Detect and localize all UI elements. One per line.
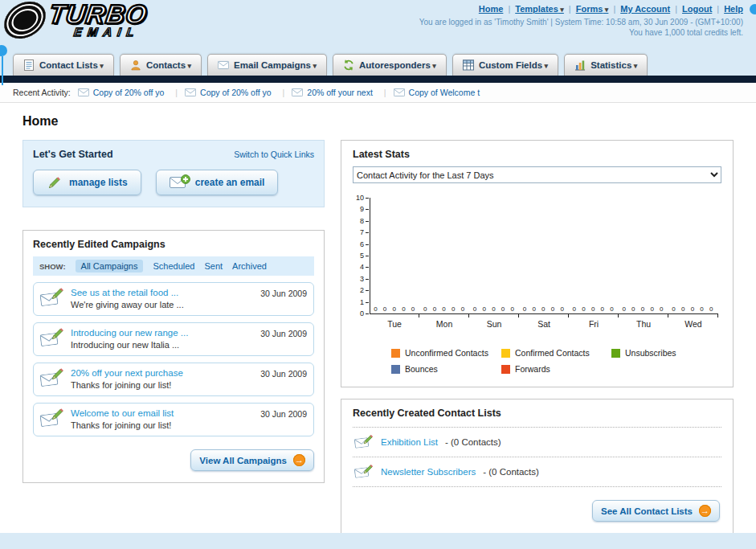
- campaign-title-link[interactable]: Introducing our new range ...: [71, 328, 188, 338]
- chart-label-row: TueMonSunSatFriThuWed: [370, 319, 718, 329]
- credits-info: You have 1,000 total credits left.: [419, 28, 743, 37]
- header-right: Home Templates Forms My Account Logout H…: [419, 4, 743, 37]
- campaign-title-link[interactable]: See us at the retail food ...: [71, 288, 184, 297]
- view-all-campaigns-button[interactable]: View All Campaigns: [190, 449, 314, 471]
- get-started-panel: Let's Get Started Switch to Quick Links …: [22, 140, 325, 207]
- contact-lists-items: Exhibition List - (0 Contacts) Newslette…: [353, 427, 721, 487]
- filter-archived[interactable]: Archived: [232, 261, 267, 271]
- x-axis-tick: [519, 314, 569, 318]
- x-axis-tick: [668, 314, 718, 318]
- recent-activity-item[interactable]: Copy of 20% off yo: [78, 88, 178, 97]
- tab-label: Custom Fields: [479, 60, 548, 70]
- nav-help[interactable]: Help: [724, 4, 743, 14]
- create-email-button[interactable]: create an email: [156, 170, 279, 195]
- app-logo[interactable]: TURBO EMAIL: [5, 2, 146, 39]
- contacts-icon: [130, 59, 141, 71]
- y-axis-tick: 10: [356, 195, 369, 202]
- left-column: Let's Get Started Switch to Quick Links …: [22, 140, 325, 483]
- campaign-row[interactable]: Welcome to our email list Thanks for joi…: [33, 403, 314, 436]
- filter-scheduled[interactable]: Scheduled: [153, 261, 194, 271]
- tab-label: Contact Lists: [39, 60, 104, 70]
- contact-list-link[interactable]: Exhibition List: [381, 437, 438, 447]
- arrow-right-icon: [293, 454, 305, 466]
- see-all-contact-lists-button[interactable]: See All Contact Lists: [592, 500, 720, 522]
- x-axis-label: Wed: [668, 319, 718, 329]
- legend-swatch: [391, 365, 400, 374]
- tab-label: Autoresponders: [359, 60, 436, 70]
- recent-activity-item[interactable]: Copy of Welcome t: [394, 88, 480, 97]
- y-axis-tick: 2: [360, 287, 369, 294]
- y-axis-tick: 9: [360, 206, 369, 213]
- x-axis-label: Mon: [419, 319, 469, 329]
- tab-email-campaigns[interactable]: Email Campaigns: [207, 54, 327, 76]
- bar-value-labels: 0 0 0 0 0: [470, 305, 520, 313]
- nav-logout[interactable]: Logout: [682, 4, 724, 14]
- recent-activity-item[interactable]: Copy of 20% off yo: [185, 88, 284, 97]
- y-axis-tick: 4: [360, 264, 369, 271]
- y-axis-tick: 0: [360, 310, 369, 318]
- switch-quick-links-link[interactable]: Switch to Quick Links: [234, 150, 314, 159]
- recent-activity-item[interactable]: 20% off your next: [292, 88, 386, 97]
- x-axis-tick: [619, 314, 668, 318]
- tab-label: Email Campaigns: [234, 60, 317, 70]
- create-email-label: create an email: [195, 177, 265, 188]
- bar-value-labels: 0 0 0 0 0: [520, 305, 570, 313]
- tab-label: Statistics: [590, 60, 637, 70]
- x-axis-label: Sun: [469, 319, 519, 329]
- recent-contact-lists-panel: Recently Created Contact Lists Exhibitio…: [341, 399, 734, 535]
- pencil-icon: [47, 176, 63, 189]
- campaign-subtitle: We're giving away our late ...: [71, 300, 184, 309]
- campaign-subtitle: Thanks for joining our list!: [71, 420, 174, 430]
- tab-contact-lists[interactable]: Contact Lists: [13, 54, 114, 76]
- nav-forms[interactable]: Forms: [576, 4, 621, 14]
- contact-list-link[interactable]: Newsletter Subscribers: [381, 467, 476, 477]
- filter-all-campaigns[interactable]: All Campaigns: [76, 260, 144, 272]
- main-content: Home Let's Get Started Switch to Quick L…: [0, 103, 756, 535]
- envelope-icon: [394, 88, 405, 96]
- show-label: SHOW:: [39, 262, 66, 271]
- campaign-row[interactable]: Introducing our new range ... Introducin…: [33, 322, 314, 356]
- page-footer: [0, 533, 756, 549]
- contact-list-row[interactable]: Newsletter Subscribers - (0 Contacts): [353, 457, 721, 487]
- nav-my-account[interactable]: My Account: [620, 4, 682, 14]
- nav-home[interactable]: Home: [479, 4, 515, 14]
- logo-swoosh-icon: [3, 0, 47, 42]
- contact-list-row[interactable]: Exhibition List - (0 Contacts): [353, 428, 721, 457]
- bar-value-labels: 0 0 0 0 0: [420, 305, 470, 313]
- x-axis-label: Sat: [519, 319, 569, 329]
- see-all-contact-lists-label: See All Contact Lists: [601, 506, 693, 516]
- recent-activity-text: Copy of 20% off yo: [200, 88, 272, 97]
- bar-value-labels: 0 0 0 0 0: [569, 305, 619, 313]
- tab-statistics[interactable]: Statistics: [564, 54, 648, 76]
- tab-autoresponders[interactable]: Autoresponders: [333, 54, 447, 76]
- top-header: TURBO EMAIL Home Templates Forms My Acco…: [0, 0, 756, 48]
- recent-activity-bar: Recent Activity: Copy of 20% off yo Copy…: [0, 83, 756, 103]
- bar-value-labels: 0 0 0 0 0: [619, 305, 668, 313]
- nav-templates[interactable]: Templates: [515, 4, 575, 14]
- y-axis-tick: 6: [360, 241, 369, 248]
- legend-item: Unconfirmed Contacts: [391, 348, 501, 358]
- stats-period-select[interactable]: Contact Activity for the Last 7 Days: [353, 166, 721, 183]
- campaign-row[interactable]: 20% off your next purchase Thanks for jo…: [33, 363, 314, 396]
- tab-custom-fields[interactable]: Custom Fields: [452, 54, 558, 76]
- campaign-row[interactable]: See us at the retail food ... We're givi…: [33, 282, 314, 316]
- legend-label: Unconfirmed Contacts: [405, 348, 488, 358]
- manage-lists-button[interactable]: manage lists: [33, 170, 141, 195]
- contact-lists-title: Recently Created Contact Lists: [353, 408, 721, 419]
- tab-contacts[interactable]: Contacts: [120, 54, 202, 76]
- campaign-date: 30 Jun 2009: [260, 329, 307, 338]
- filter-sent[interactable]: Sent: [204, 261, 223, 271]
- campaign-title-link[interactable]: 20% off your next purchase: [71, 368, 183, 378]
- view-all-campaigns-label: View All Campaigns: [199, 456, 287, 465]
- bar-value-labels: 0 0 0 0 0: [668, 305, 718, 313]
- y-axis-tick: 5: [360, 252, 369, 260]
- list-edit-icon: [354, 435, 374, 449]
- decorative-line-left: [2, 56, 3, 85]
- campaign-title-link[interactable]: Welcome to our email list: [71, 408, 174, 418]
- decorative-dot-right: [750, 4, 756, 14]
- nav-divider-bar: [0, 76, 756, 83]
- campaign-date: 30 Jun 2009: [260, 409, 307, 419]
- custom-fields-icon: [463, 59, 474, 71]
- recent-activity-text: Copy of 20% off yo: [93, 88, 165, 97]
- recent-activity-text: Copy of Welcome t: [409, 88, 480, 97]
